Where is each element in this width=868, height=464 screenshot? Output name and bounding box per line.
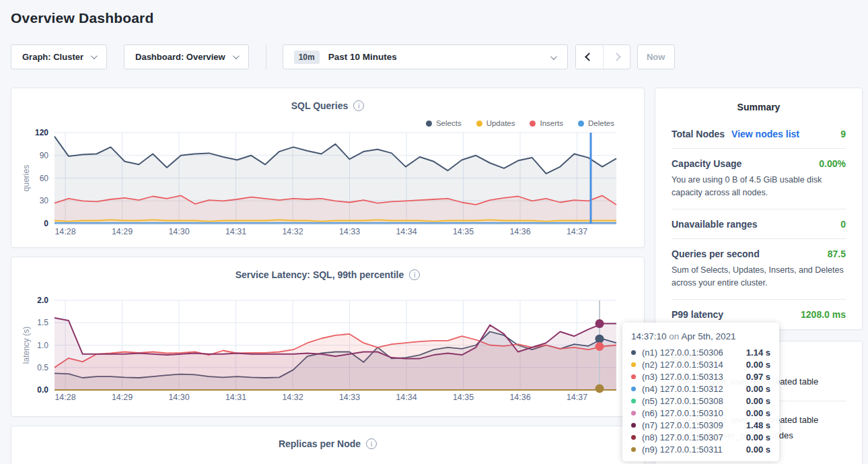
summary-panel: Summary Total NodesView nodes list9Capac… <box>655 88 863 330</box>
svg-text:60: 60 <box>40 174 49 183</box>
dashboard-dropdown-label: Dashboard: Overview <box>135 52 225 62</box>
svg-text:0.5: 0.5 <box>37 363 48 372</box>
svg-text:14:31: 14:31 <box>225 393 246 402</box>
time-prev-button[interactable] <box>576 45 603 69</box>
page-title: Overview Dashboard <box>0 0 868 26</box>
summary-value: 0.00% <box>819 158 846 169</box>
svg-text:14:31: 14:31 <box>225 227 246 236</box>
svg-text:14:32: 14:32 <box>282 227 303 236</box>
summary-row-unavailable-ranges: Unavailable ranges0 <box>672 209 846 239</box>
time-window-badge: 10m <box>294 51 320 64</box>
tooltip-node-value: 1.48 s <box>746 420 770 430</box>
tooltip-node-value: 1.14 s <box>746 347 770 358</box>
sql-queries-card: SQL Queries i SelectsUpdatesInsertsDelet… <box>11 88 645 248</box>
tooltip-node-label: (n9) 127.0.0.1:50311 <box>642 444 723 455</box>
summary-label: Unavailable ranges <box>672 219 758 230</box>
tooltip-node-label: (n4) 127.0.0.1:50312 <box>642 384 723 394</box>
info-icon[interactable]: i <box>366 438 377 449</box>
svg-text:30: 30 <box>40 196 49 205</box>
tooltip-node-row: (n6) 127.0.0.1:503100.00 s <box>631 407 770 419</box>
chart-hover-tooltip: 14:37:10 on Apr 5th, 2021 (n1) 127.0.0.1… <box>622 323 779 461</box>
summary-value: 0 <box>840 219 846 230</box>
now-button[interactable]: Now <box>637 44 675 69</box>
svg-text:14:36: 14:36 <box>509 227 530 236</box>
svg-text:14:34: 14:34 <box>396 227 417 236</box>
svg-text:14:28: 14:28 <box>55 393 75 402</box>
graph-dropdown[interactable]: Graph: Cluster <box>11 44 107 69</box>
svg-text:14:34: 14:34 <box>396 393 417 402</box>
replicas-per-node-title: Replicas per Node <box>279 438 361 449</box>
tooltip-node-label: (n2) 127.0.0.1:50314 <box>642 360 723 370</box>
svg-text:queries: queries <box>22 165 31 191</box>
svg-text:14:37: 14:37 <box>567 227 587 236</box>
svg-text:14:29: 14:29 <box>112 393 133 402</box>
svg-text:14:29: 14:29 <box>112 227 133 236</box>
svg-text:14:33: 14:33 <box>339 393 360 402</box>
chevron-down-icon <box>233 53 240 59</box>
arrow-left-icon <box>585 53 593 61</box>
time-next-button[interactable] <box>603 45 630 69</box>
node-color-dot-icon <box>631 399 636 403</box>
tooltip-node-value: 0.00 s <box>746 444 770 455</box>
summary-row-queries-per-second: Queries per second87.5Sum of Selects, Up… <box>672 239 846 300</box>
svg-text:0.0: 0.0 <box>37 385 48 395</box>
tooltip-node-row: (n5) 127.0.0.1:503080.00 s <box>631 395 770 407</box>
summary-value: 87.5 <box>828 248 846 259</box>
tooltip-node-value: 0.97 s <box>746 372 770 382</box>
tooltip-node-value: 0.00 s <box>746 360 770 370</box>
svg-text:14:28: 14:28 <box>55 227 75 236</box>
summary-label: Total Nodes <box>672 129 725 139</box>
tooltip-node-value: 0.00 s <box>746 396 770 406</box>
tooltip-node-row: (n3) 127.0.0.1:503130.97 s <box>631 370 770 383</box>
summary-value: 9 <box>840 129 846 139</box>
tooltip-node-label: (n8) 127.0.0.1:50307 <box>642 432 723 442</box>
tooltip-node-row: (n9) 127.0.0.1:503110.00 s <box>631 443 770 455</box>
tooltip-node-label: (n1) 127.0.0.1:50306 <box>642 347 723 358</box>
node-color-dot-icon <box>631 374 636 379</box>
summary-row-total-nodes: Total NodesView nodes list9 <box>672 119 846 149</box>
svg-text:2.0: 2.0 <box>37 296 48 305</box>
svg-text:14:32: 14:32 <box>282 393 303 402</box>
time-window-label: Past 10 Minutes <box>328 52 397 62</box>
tooltip-node-row: (n8) 127.0.0.1:503070.00 s <box>631 431 770 443</box>
summary-title: Summary <box>672 102 846 112</box>
node-color-dot-icon <box>631 387 636 391</box>
arrow-right-icon <box>612 53 621 61</box>
service-latency-chart[interactable]: 0.00.51.01.52.014:2814:2914:3014:3114:32… <box>11 257 645 418</box>
toolbar-divider <box>266 44 266 69</box>
tooltip-node-value: 0.00 s <box>746 408 770 418</box>
tooltip-node-row: (n7) 127.0.0.1:503091.48 s <box>631 419 770 431</box>
tooltip-node-label: (n6) 127.0.0.1:50310 <box>642 408 723 418</box>
summary-label: Queries per second <box>672 248 760 259</box>
tooltip-node-value: 0.00 s <box>746 384 770 394</box>
node-color-dot-icon <box>631 411 636 416</box>
summary-row-capacity-usage: Capacity Usage0.00%You are using 0 B of … <box>672 149 846 209</box>
dashboard-dropdown[interactable]: Dashboard: Overview <box>124 44 249 69</box>
svg-text:14:33: 14:33 <box>339 227 360 236</box>
node-color-dot-icon <box>631 447 636 452</box>
sql-queries-chart[interactable]: 030609012014:2814:2914:3014:3114:3214:33… <box>11 88 645 248</box>
service-latency-card: Service Latency: SQL, 99th percentile i … <box>11 257 645 417</box>
summary-subtext: Sum of Selects, Updates, Inserts, and De… <box>672 264 846 290</box>
node-color-dot-icon <box>631 435 636 440</box>
tooltip-node-row: (n4) 127.0.0.1:503120.00 s <box>631 383 770 395</box>
svg-text:1.0: 1.0 <box>37 341 48 350</box>
tooltip-node-label: (n7) 127.0.0.1:50309 <box>642 420 723 430</box>
time-range-picker[interactable]: 10m Past 10 Minutes <box>283 44 568 69</box>
svg-text:14:35: 14:35 <box>453 393 474 402</box>
svg-text:0: 0 <box>44 219 48 228</box>
chevron-down-icon <box>550 53 557 60</box>
tooltip-node-label: (n3) 127.0.0.1:50313 <box>642 372 723 382</box>
summary-label: P99 latency <box>672 309 723 320</box>
svg-text:120: 120 <box>35 128 48 137</box>
svg-text:latency (s): latency (s) <box>22 327 31 364</box>
svg-text:90: 90 <box>40 151 49 160</box>
node-color-dot-icon <box>631 350 636 355</box>
node-color-dot-icon <box>631 423 636 428</box>
summary-value: 1208.0 ms <box>801 309 846 320</box>
view-nodes-list-link[interactable]: View nodes list <box>731 129 799 139</box>
time-nav-group <box>575 44 630 69</box>
tooltip-node-label: (n5) 127.0.0.1:50308 <box>642 396 723 406</box>
svg-text:14:30: 14:30 <box>168 393 189 402</box>
svg-text:14:36: 14:36 <box>509 393 530 402</box>
